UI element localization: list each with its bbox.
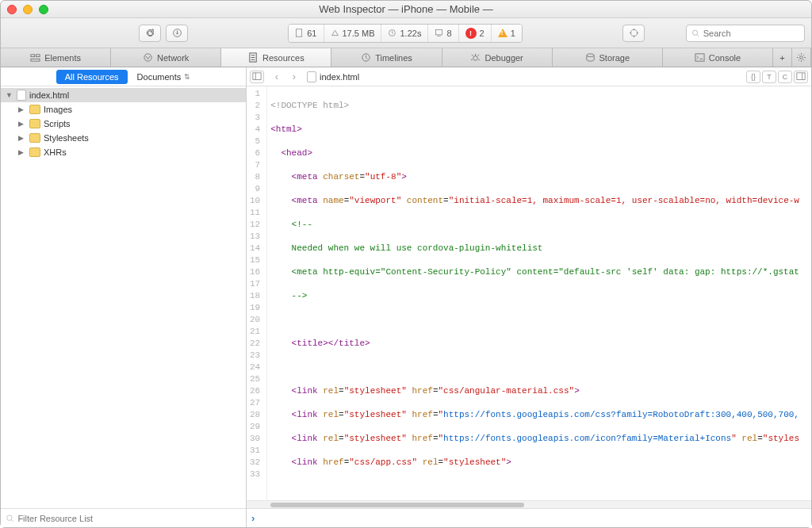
size-stat[interactable]: 17.5 MB: [324, 25, 382, 42]
tree-item-index[interactable]: ▼index.html: [1, 88, 246, 102]
type-button[interactable]: T: [762, 71, 776, 83]
folder-icon: [29, 119, 40, 128]
tabs: Elements Network Resources Timelines Deb…: [1, 48, 811, 67]
sidebar: All Resources Documents⇅ ▼index.html ▶Im…: [1, 67, 247, 527]
titlebar: Web Inspector — iPhone — Mobile —: [1, 1, 811, 18]
settings-button[interactable]: [792, 48, 811, 67]
svg-point-9: [144, 54, 151, 61]
window-title: Web Inspector — iPhone — Mobile —: [1, 3, 811, 15]
search-field[interactable]: [686, 25, 805, 42]
disclosure-arrow-icon[interactable]: ▶: [18, 148, 26, 156]
zoom-icon[interactable]: [39, 5, 48, 14]
element-selection-button[interactable]: [622, 25, 645, 42]
back-button[interactable]: ‹: [269, 70, 285, 84]
horizontal-scrollbar[interactable]: [247, 500, 811, 508]
svg-point-13: [586, 54, 593, 57]
scope-all-resources[interactable]: All Resources: [56, 70, 128, 84]
pretty-print-button[interactable]: {}: [746, 71, 760, 83]
tab-elements[interactable]: Elements: [1, 48, 111, 67]
svg-point-12: [473, 56, 478, 61]
disclosure-arrow-icon[interactable]: ▼: [6, 91, 13, 99]
close-icon[interactable]: [7, 5, 17, 14]
download-button[interactable]: [166, 25, 188, 42]
tab-resources[interactable]: Resources: [221, 48, 331, 67]
file-icon: [17, 90, 26, 101]
svg-rect-17: [253, 73, 261, 80]
folder-icon: [29, 133, 40, 143]
main-panel: ‹ › index.html {} T C 123456789101112131…: [247, 67, 811, 527]
disclosure-arrow-icon[interactable]: ▶: [18, 120, 26, 128]
tab-console[interactable]: Console: [663, 48, 773, 67]
disclosure-arrow-icon[interactable]: ▶: [18, 134, 26, 142]
line-gutter: 1234567891011121314151617181920212223242…: [247, 86, 267, 500]
svg-rect-7: [36, 55, 40, 57]
gear-icon: [796, 52, 806, 63]
file-icon: [307, 71, 316, 82]
svg-rect-14: [695, 54, 704, 61]
tab-storage[interactable]: Storage: [553, 48, 663, 67]
sidebar-scope-bar: All Resources Documents⇅: [1, 67, 246, 86]
minimize-icon[interactable]: [23, 5, 33, 14]
resource-count-stat[interactable]: 61: [289, 25, 324, 42]
tree-item-xhrs[interactable]: ▶XHRs: [1, 145, 246, 159]
svg-rect-6: [31, 55, 35, 57]
folder-icon: [29, 105, 40, 114]
console-prompt-icon: ›: [251, 512, 255, 524]
svg-point-4: [630, 29, 637, 36]
scrollbar-thumb[interactable]: [270, 503, 524, 507]
reload-button[interactable]: [139, 25, 161, 42]
svg-rect-18: [797, 73, 805, 80]
time-stat[interactable]: 1.22s: [381, 25, 428, 42]
warning-stat[interactable]: 1: [492, 25, 522, 42]
search-icon: [691, 29, 700, 38]
filter-input[interactable]: [17, 514, 241, 523]
svg-point-15: [800, 56, 803, 59]
sidebar-toggle-icon[interactable]: [250, 71, 264, 83]
forward-button[interactable]: ›: [286, 70, 302, 84]
svg-rect-3: [436, 30, 442, 35]
svg-point-16: [7, 515, 13, 520]
scope-documents[interactable]: Documents⇅: [137, 72, 191, 82]
toolbar: 61 17.5 MB 1.22s 8 !2 1: [1, 18, 811, 48]
search-input[interactable]: [703, 29, 799, 38]
tab-timelines[interactable]: Timelines: [331, 48, 442, 67]
error-icon: !: [465, 28, 477, 39]
tab-debugger[interactable]: Debugger: [442, 48, 553, 67]
breadcrumb[interactable]: index.html: [307, 71, 359, 82]
details-sidebar-button[interactable]: [794, 71, 808, 83]
window-controls: [7, 5, 48, 14]
svg-point-5: [693, 30, 698, 35]
svg-rect-1: [297, 29, 302, 36]
source-code[interactable]: 1234567891011121314151617181920212223242…: [247, 86, 811, 500]
content: All Resources Documents⇅ ▼index.html ▶Im…: [1, 67, 811, 527]
disclosure-arrow-icon[interactable]: ▶: [18, 105, 26, 113]
error-stat[interactable]: !2: [459, 25, 492, 42]
console-prompt-bar[interactable]: ›: [247, 508, 811, 527]
filter-bar: [1, 508, 246, 527]
code-content[interactable]: <!DOCTYPE html> <html> <head> <meta char…: [267, 86, 811, 500]
chevron-updown-icon: ⇅: [184, 73, 190, 81]
tab-network[interactable]: Network: [111, 48, 221, 67]
tree-item-scripts[interactable]: ▶Scripts: [1, 117, 246, 131]
coverage-button[interactable]: C: [778, 71, 792, 83]
svg-rect-8: [31, 59, 40, 61]
path-bar: ‹ › index.html {} T C: [247, 67, 811, 86]
resource-tree[interactable]: ▼index.html ▶Images ▶Scripts ▶Stylesheet…: [1, 86, 246, 508]
dashboard-stats: 61 17.5 MB 1.22s 8 !2 1: [288, 24, 523, 43]
new-tab-button[interactable]: +: [773, 48, 792, 67]
tree-item-images[interactable]: ▶Images: [1, 102, 246, 117]
tree-item-stylesheets[interactable]: ▶Stylesheets: [1, 131, 246, 145]
inspector-window: Web Inspector — iPhone — Mobile — 61 17.…: [0, 0, 812, 528]
log-stat[interactable]: 8: [428, 25, 458, 42]
filter-icon: [6, 514, 14, 523]
folder-icon: [29, 147, 40, 157]
warning-icon: [498, 29, 508, 37]
